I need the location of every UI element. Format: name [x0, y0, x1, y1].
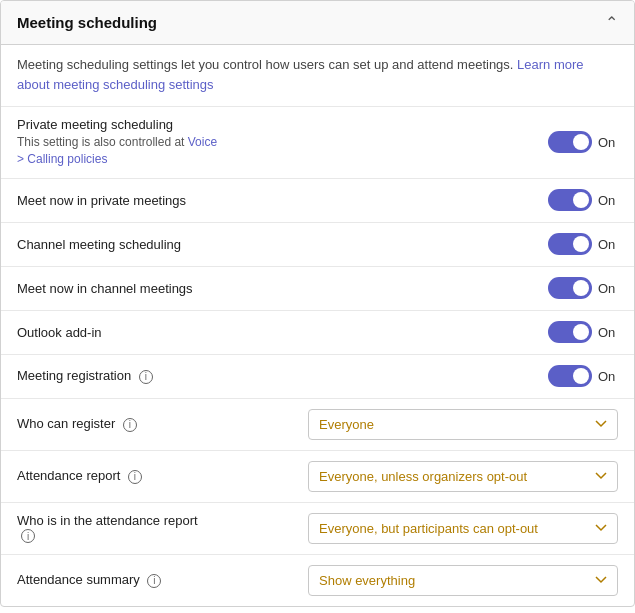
- section-description: Meeting scheduling settings let you cont…: [1, 45, 634, 107]
- outlook-add-in-toggle-container: On: [548, 321, 618, 343]
- setting-row-attendance-summary: Attendance summary i Show everything Hid…: [1, 555, 634, 606]
- who-can-register-info-icon[interactable]: i: [123, 418, 137, 432]
- calling-policies-link[interactable]: > Calling policies: [17, 151, 536, 168]
- who-can-register-dropdown[interactable]: Everyone People in my organization: [308, 409, 618, 440]
- voice-link[interactable]: Voice: [188, 135, 217, 149]
- private-meeting-scheduling-toggle-container: On: [548, 131, 618, 153]
- setting-label-group: Meeting registration i: [17, 368, 548, 384]
- meeting-registration-info-icon[interactable]: i: [139, 370, 153, 384]
- attendance-report-who-dropdown-container: Everyone, but participants can opt-out E…: [308, 513, 618, 544]
- who-can-register-dropdown-container: Everyone People in my organization: [308, 409, 618, 440]
- who-can-register-label: Who can register i: [17, 416, 296, 432]
- attendance-summary-info-icon[interactable]: i: [147, 574, 161, 588]
- private-meeting-scheduling-sublabel: This setting is also controlled at Voice…: [17, 134, 536, 168]
- channel-meeting-scheduling-toggle-container: On: [548, 233, 618, 255]
- description-text: Meeting scheduling settings let you cont…: [17, 57, 513, 72]
- setting-label-group: Meet now in channel meetings: [17, 281, 548, 296]
- outlook-add-in-toggle[interactable]: [548, 321, 592, 343]
- attendance-report-who-label: Who is in the attendance report i: [17, 513, 296, 544]
- meet-now-private-toggle[interactable]: [548, 189, 592, 211]
- meet-now-channel-toggle-container: On: [548, 277, 618, 299]
- attendance-summary-dropdown[interactable]: Show everything Hide names Don't show: [308, 565, 618, 596]
- section-title: Meeting scheduling: [17, 14, 157, 31]
- channel-meeting-scheduling-toggle[interactable]: [548, 233, 592, 255]
- attendance-report-dropdown-container: Everyone, unless organizers opt-out No o…: [308, 461, 618, 492]
- setting-label-group: Channel meeting scheduling: [17, 237, 548, 252]
- setting-label-group: Private meeting scheduling This setting …: [17, 117, 548, 168]
- attendance-report-who-info-icon[interactable]: i: [21, 529, 35, 543]
- attendance-report-who-dropdown[interactable]: Everyone, but participants can opt-out E…: [308, 513, 618, 544]
- outlook-add-in-label: Outlook add-in: [17, 325, 536, 340]
- attendance-summary-label: Attendance summary i: [17, 572, 296, 588]
- setting-row-meet-now-channel: Meet now in channel meetings On: [1, 267, 634, 311]
- meet-now-private-toggle-container: On: [548, 189, 618, 211]
- setting-row-meet-now-private: Meet now in private meetings On: [1, 179, 634, 223]
- setting-row-meeting-registration: Meeting registration i On: [1, 355, 634, 399]
- channel-meeting-scheduling-label: Channel meeting scheduling: [17, 237, 536, 252]
- private-meeting-scheduling-toggle[interactable]: [548, 131, 592, 153]
- setting-row-channel-meeting-scheduling: Channel meeting scheduling On: [1, 223, 634, 267]
- meet-now-private-label: Meet now in private meetings: [17, 193, 536, 208]
- setting-label-group: Meet now in private meetings: [17, 193, 548, 208]
- setting-row-attendance-report-who: Who is in the attendance report i Everyo…: [1, 503, 634, 555]
- section-header: Meeting scheduling ⌃: [1, 1, 634, 45]
- setting-label-group: Attendance report i: [17, 468, 308, 484]
- setting-row-outlook-add-in: Outlook add-in On: [1, 311, 634, 355]
- meet-now-channel-toggle[interactable]: [548, 277, 592, 299]
- attendance-report-label: Attendance report i: [17, 468, 296, 484]
- meeting-registration-state: On: [598, 369, 615, 384]
- meeting-registration-toggle[interactable]: [548, 365, 592, 387]
- channel-meeting-scheduling-state: On: [598, 237, 615, 252]
- setting-label-group: Who can register i: [17, 416, 308, 432]
- meet-now-channel-state: On: [598, 281, 615, 296]
- collapse-icon[interactable]: ⌃: [605, 13, 618, 32]
- meeting-registration-label: Meeting registration i: [17, 368, 536, 384]
- setting-label-group: Who is in the attendance report i: [17, 513, 308, 544]
- private-meeting-scheduling-state: On: [598, 135, 615, 150]
- setting-label-group: Attendance summary i: [17, 572, 308, 588]
- outlook-add-in-state: On: [598, 325, 615, 340]
- setting-row-who-can-register: Who can register i Everyone People in my…: [1, 399, 634, 451]
- meeting-scheduling-section: Meeting scheduling ⌃ Meeting scheduling …: [0, 0, 635, 607]
- meet-now-channel-label: Meet now in channel meetings: [17, 281, 536, 296]
- private-meeting-scheduling-label: Private meeting scheduling: [17, 117, 536, 132]
- attendance-summary-dropdown-container: Show everything Hide names Don't show: [308, 565, 618, 596]
- setting-label-group: Outlook add-in: [17, 325, 548, 340]
- attendance-report-info-icon[interactable]: i: [128, 470, 142, 484]
- setting-row-private-meeting-scheduling: Private meeting scheduling This setting …: [1, 107, 634, 179]
- setting-row-attendance-report: Attendance report i Everyone, unless org…: [1, 451, 634, 503]
- meet-now-private-state: On: [598, 193, 615, 208]
- meeting-registration-toggle-container: On: [548, 365, 618, 387]
- attendance-report-dropdown[interactable]: Everyone, unless organizers opt-out No o…: [308, 461, 618, 492]
